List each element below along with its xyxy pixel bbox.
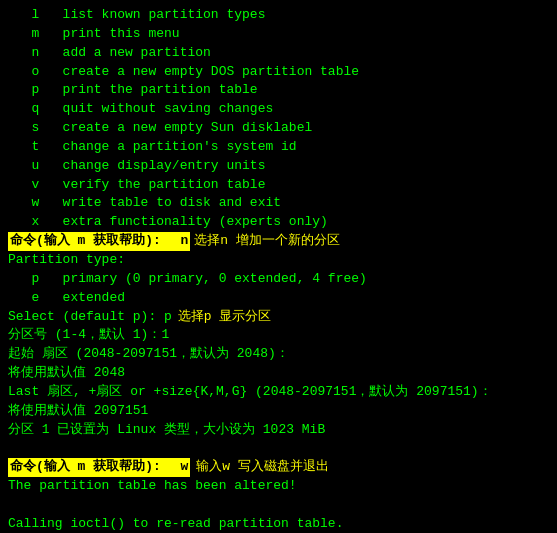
partition-set: 分区 1 已设置为 Linux 类型，大小设为 1023 MiB [8,421,549,440]
partition-number: 分区号 (1-4，默认 1)：1 [8,326,549,345]
partition-type-header: Partition type: [8,251,549,270]
partition-type-e: e extended [8,289,549,308]
start-sector: 起始 扇区 (2048-2097151，默认为 2048)： [8,345,549,364]
line-o: o create a new empty DOS partition table [8,63,549,82]
command-prompt-1: 命令(输入 m 获取帮助): [8,232,171,251]
annotation-select: 选择p 显示分区 [178,308,272,327]
line-s: s create a new empty Sun disklabel [8,119,549,138]
partition-altered: The partition table has been altered! [8,477,549,496]
select-line: Select (default p): p 选择p 显示分区 [8,308,549,327]
command-input-w: w [171,458,191,477]
command-prompt-2: 命令(输入 m 获取帮助): [8,458,171,477]
line-t: t change a partition's system id [8,138,549,157]
annotation-n: 选择n 增加一个新的分区 [194,232,340,251]
line-p: p print the partition table [8,81,549,100]
command-line-n: 命令(输入 m 获取帮助): n 选择n 增加一个新的分区 [8,232,549,251]
empty-line-2 [8,496,549,515]
empty-line [8,439,549,458]
annotation-w: 输入w 写入磁盘并退出 [196,458,329,477]
default-2048: 将使用默认值 2048 [8,364,549,383]
default-2097151: 将使用默认值 2097151 [8,402,549,421]
last-sector: Last 扇区, +扇区 or +size{K,M,G} (2048-20971… [8,383,549,402]
line-v: v verify the partition table [8,176,549,195]
command-line-w: 命令(输入 m 获取帮助): w 输入w 写入磁盘并退出 [8,458,549,477]
command-input-n: n [171,232,191,251]
line-w: w write table to disk and exit [8,194,549,213]
line-n: n add a new partition [8,44,549,63]
line-u: u change display/entry units [8,157,549,176]
partition-type-p: p primary (0 primary, 0 extended, 4 free… [8,270,549,289]
line-q: q quit without saving changes [8,100,549,119]
line-x: x extra functionality (experts only) [8,213,549,232]
line-l: l list known partition types [8,6,549,25]
line-m: m print this menu [8,25,549,44]
ioctl-line: Calling ioctl() to re-read partition tab… [8,515,549,533]
terminal: l list known partition types m print thi… [0,0,557,533]
select-text: Select (default p): p [8,308,172,327]
